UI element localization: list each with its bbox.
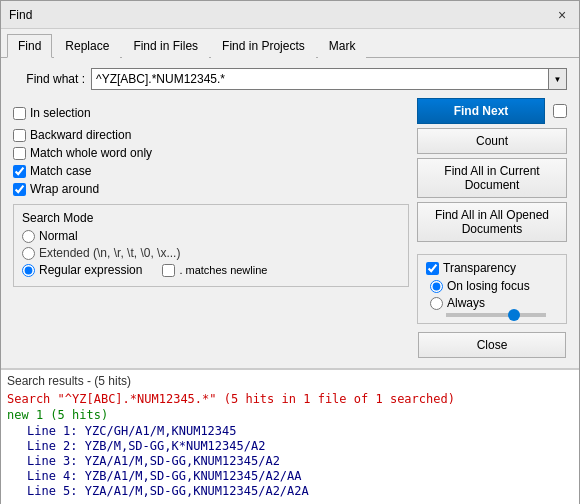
search-mode-box: Search Mode Normal Extended (\n, \r, \t,… bbox=[13, 204, 409, 287]
results-file-line: new 1 (5 hits) bbox=[7, 408, 573, 422]
find-dropdown-arrow[interactable]: ▼ bbox=[549, 68, 567, 90]
find-input-wrap: ▼ bbox=[91, 68, 567, 90]
left-panel: In selection Backward direction Match wh… bbox=[13, 98, 409, 358]
find-input[interactable] bbox=[91, 68, 549, 90]
match-case-row: Match case bbox=[13, 164, 409, 178]
regex-radio[interactable] bbox=[22, 264, 35, 277]
on-losing-focus-label[interactable]: On losing focus bbox=[447, 279, 530, 293]
wrap-around-row: Wrap around bbox=[13, 182, 409, 196]
extended-radio[interactable] bbox=[22, 247, 35, 260]
list-item: Line 2: YZB/M,SD-GG,K*NUM12345/A2 bbox=[7, 439, 573, 453]
tab-bar: Find Replace Find in Files Find in Proje… bbox=[1, 29, 579, 58]
list-item: Line 4: YZB/A1/M,SD-GG,KNUM12345/A2/AA bbox=[7, 469, 573, 483]
in-selection-row: In selection bbox=[13, 106, 409, 120]
extended-radio-row: Extended (\n, \r, \t, \0, \x...) bbox=[22, 246, 400, 260]
search-mode-title: Search Mode bbox=[22, 211, 400, 225]
close-btn-row: Close bbox=[417, 332, 567, 358]
title-bar: Find × bbox=[1, 1, 579, 29]
transparency-checkbox[interactable] bbox=[426, 262, 439, 275]
normal-radio-row: Normal bbox=[22, 229, 400, 243]
results-search-line: Search "^YZ[ABC].*NUM12345.*" (5 hits in… bbox=[7, 392, 573, 406]
find-next-option-checkbox[interactable] bbox=[553, 104, 567, 118]
in-selection-checkbox[interactable] bbox=[13, 107, 26, 120]
tab-mark[interactable]: Mark bbox=[318, 34, 367, 58]
backward-direction-label[interactable]: Backward direction bbox=[30, 128, 131, 142]
always-label[interactable]: Always bbox=[447, 296, 485, 310]
on-losing-focus-row: On losing focus bbox=[430, 279, 558, 293]
tab-replace[interactable]: Replace bbox=[54, 34, 120, 58]
close-button[interactable]: Close bbox=[418, 332, 566, 358]
match-case-label[interactable]: Match case bbox=[30, 164, 91, 178]
results-panel: Search results - (5 hits) Search "^YZ[AB… bbox=[1, 368, 579, 504]
find-next-button[interactable]: Find Next bbox=[417, 98, 545, 124]
wrap-around-checkbox[interactable] bbox=[13, 183, 26, 196]
find-what-row: Find what : ▼ bbox=[13, 68, 567, 90]
in-selection-label[interactable]: In selection bbox=[30, 106, 91, 120]
normal-radio[interactable] bbox=[22, 230, 35, 243]
match-whole-word-label[interactable]: Match whole word only bbox=[30, 146, 152, 160]
find-next-row: Find Next bbox=[417, 98, 567, 124]
count-button[interactable]: Count bbox=[417, 128, 567, 154]
matches-newline-row: . matches newline bbox=[162, 264, 267, 277]
backward-direction-row: Backward direction bbox=[13, 128, 409, 142]
transparency-box: Transparency On losing focus Always bbox=[417, 254, 567, 324]
list-item: Line 5: YZA/A1/M,SD-GG,KNUM12345/A2/A2A bbox=[7, 484, 573, 498]
matches-newline-label[interactable]: . matches newline bbox=[179, 264, 267, 276]
transparency-slider-row bbox=[446, 313, 558, 317]
results-hits-container: Line 1: YZC/GH/A1/M,KNUM12345Line 2: YZB… bbox=[7, 424, 573, 498]
backward-direction-checkbox[interactable] bbox=[13, 129, 26, 142]
list-item: Line 3: YZA/A1/M,SD-GG,KNUM12345/A2 bbox=[7, 454, 573, 468]
find-what-label: Find what : bbox=[13, 72, 85, 86]
transparency-header: Transparency bbox=[426, 261, 558, 275]
always-radio[interactable] bbox=[430, 297, 443, 310]
main-content: In selection Backward direction Match wh… bbox=[13, 98, 567, 358]
match-case-checkbox[interactable] bbox=[13, 165, 26, 178]
right-panel: Find Next Count Find All in Current Docu… bbox=[417, 98, 567, 358]
normal-label[interactable]: Normal bbox=[39, 229, 78, 243]
list-item: Line 1: YZC/GH/A1/M,KNUM12345 bbox=[7, 424, 573, 438]
match-whole-word-row: Match whole word only bbox=[13, 146, 409, 160]
tab-find-in-projects[interactable]: Find in Projects bbox=[211, 34, 316, 58]
find-all-current-doc-button[interactable]: Find All in Current Document bbox=[417, 158, 567, 198]
transparency-label[interactable]: Transparency bbox=[443, 261, 516, 275]
always-row: Always bbox=[430, 296, 558, 310]
on-losing-focus-radio[interactable] bbox=[430, 280, 443, 293]
transparency-slider[interactable] bbox=[446, 313, 546, 317]
close-icon[interactable]: × bbox=[553, 6, 571, 24]
tab-find-in-files[interactable]: Find in Files bbox=[122, 34, 209, 58]
find-dialog: Find × Find Replace Find in Files Find i… bbox=[0, 0, 580, 504]
regex-label[interactable]: Regular expression bbox=[39, 263, 142, 277]
results-title: Search results - (5 hits) bbox=[7, 374, 573, 388]
match-whole-word-checkbox[interactable] bbox=[13, 147, 26, 160]
options-checkboxes: Backward direction Match whole word only… bbox=[13, 128, 409, 196]
regex-radio-row: Regular expression . matches newline bbox=[22, 263, 400, 277]
matches-newline-checkbox[interactable] bbox=[162, 264, 175, 277]
wrap-around-label[interactable]: Wrap around bbox=[30, 182, 99, 196]
dialog-body: Find what : ▼ In selection Backwar bbox=[1, 58, 579, 368]
dialog-title: Find bbox=[9, 8, 32, 22]
extended-label[interactable]: Extended (\n, \r, \t, \0, \x...) bbox=[39, 246, 180, 260]
find-all-opened-docs-button[interactable]: Find All in All Opened Documents bbox=[417, 202, 567, 242]
tab-find[interactable]: Find bbox=[7, 34, 52, 58]
